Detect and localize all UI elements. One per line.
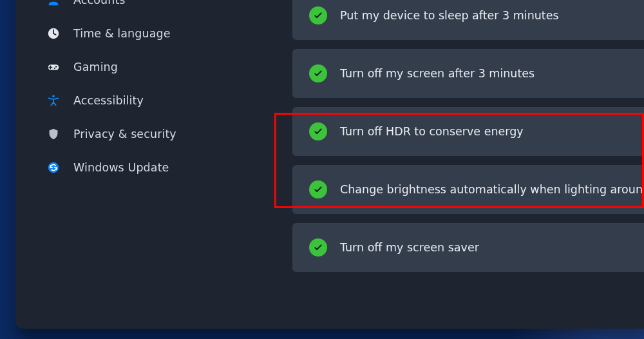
content-area: Put my device to sleep after 3 minutes T… [234,0,644,329]
privacy-security-icon [46,127,61,141]
recommendation-card-hdr-off[interactable]: Turn off HDR to conserve energy [292,107,644,156]
svg-point-6 [48,162,59,173]
svg-point-5 [52,95,55,97]
recommendation-card-auto-brightness[interactable]: Change brightness automatically when lig… [292,165,644,214]
time-language-icon [46,26,61,41]
recommendation-label: Put my device to sleep after 3 minutes [340,9,559,22]
sidebar-item-label: Windows Update [73,161,169,174]
sidebar-item-privacy-security[interactable]: Privacy & security [15,117,234,151]
recommendation-label: Change brightness automatically when lig… [340,183,643,196]
accounts-icon [46,0,61,7]
sidebar-item-label: Accessibility [73,94,144,107]
recommendation-label: Turn off my screen saver [340,241,479,254]
recommendation-card-screen-off[interactable]: Turn off my screen after 3 minutes [292,49,644,98]
settings-window: Accounts Time & language Gaming Accessib… [15,0,644,329]
recommendation-label: Turn off my screen after 3 minutes [340,67,535,80]
check-icon [309,6,327,24]
check-icon [309,180,327,199]
recommendation-card-screensaver-off[interactable]: Turn off my screen saver [292,223,644,272]
accessibility-icon [46,93,61,108]
sidebar-item-windows-update[interactable]: Windows Update [15,151,234,184]
recommendation-card-sleep[interactable]: Put my device to sleep after 3 minutes [292,0,644,40]
gaming-icon [46,60,61,74]
svg-point-4 [54,68,55,69]
check-icon [309,238,327,257]
check-icon [309,122,327,140]
sidebar-item-accounts[interactable]: Accounts [15,0,234,17]
sidebar-item-accessibility[interactable]: Accessibility [15,84,234,117]
windows-update-icon [46,160,61,175]
sidebar-item-label: Accounts [73,0,126,6]
sidebar-item-gaming[interactable]: Gaming [15,50,234,84]
sidebar-item-label: Time & language [73,27,171,40]
svg-point-3 [55,66,57,67]
sidebar-item-label: Gaming [73,61,118,73]
sidebar: Accounts Time & language Gaming Accessib… [15,0,234,329]
sidebar-item-time-language[interactable]: Time & language [15,17,234,50]
check-icon [309,64,327,82]
recommendation-label: Turn off HDR to conserve energy [340,125,524,138]
sidebar-item-label: Privacy & security [73,128,176,140]
